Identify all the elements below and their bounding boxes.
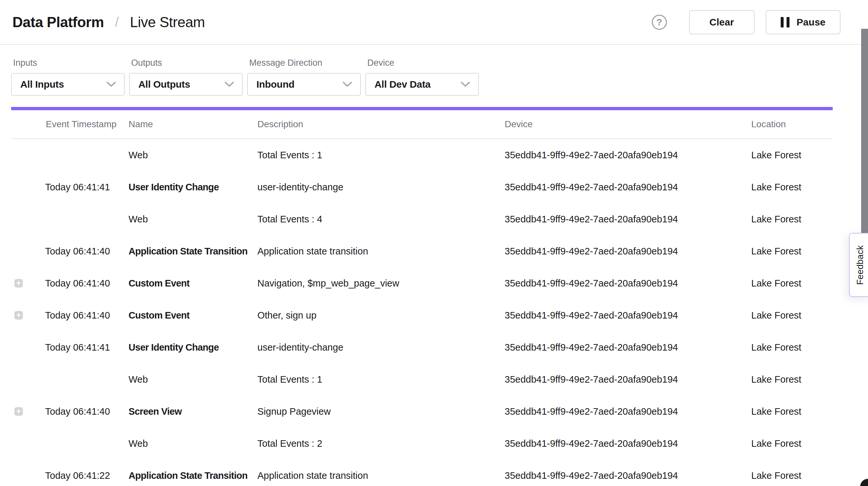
- cell-name: User Identity Change: [128, 182, 219, 193]
- feedback-tab[interactable]: Feedback: [849, 233, 868, 297]
- filter-group-device: Device All Dev Data: [365, 58, 479, 96]
- cell-location: Lake Forest: [751, 278, 801, 289]
- event-table-body: + Web Total Events : 1 35eddb41-9ff9-49e…: [0, 139, 868, 486]
- filter-label-device: Device: [367, 58, 479, 68]
- chevron-down-icon: [342, 82, 352, 87]
- table-row[interactable]: + Today 06:41:40 Custom Event Navigation…: [0, 267, 868, 299]
- breadcrumb: Data Platform / Live Stream: [12, 14, 205, 30]
- cell-description: Other, sign up: [257, 310, 317, 321]
- chevron-down-icon: [461, 82, 470, 87]
- cell-name: Web: [128, 214, 148, 225]
- cell-timestamp: Today 06:41:41: [45, 342, 110, 353]
- cell-location: Lake Forest: [751, 374, 801, 385]
- cell-description: Total Events : 4: [257, 214, 322, 225]
- cell-device: 35eddb41-9ff9-49e2-7aed-20afa90eb194: [505, 150, 678, 160]
- cell-timestamp: Today 06:41:40: [45, 246, 110, 257]
- cell-name: Custom Event: [128, 310, 190, 321]
- cell-name: User Identity Change: [128, 342, 219, 353]
- cell-location: Lake Forest: [751, 406, 801, 417]
- cell-device: 35eddb41-9ff9-49e2-7aed-20afa90eb194: [505, 214, 678, 225]
- cell-location: Lake Forest: [751, 246, 801, 257]
- cell-location: Lake Forest: [751, 150, 801, 160]
- expand-icon[interactable]: +: [14, 311, 23, 320]
- cell-description: user-identity-change: [257, 182, 343, 193]
- feedback-tab-label: Feedback: [855, 245, 867, 285]
- cell-device: 35eddb41-9ff9-49e2-7aed-20afa90eb194: [505, 470, 678, 481]
- table-row[interactable]: + Today 06:41:40 Application State Trans…: [0, 235, 868, 267]
- cell-name: Web: [128, 150, 148, 160]
- expand-icon[interactable]: +: [14, 279, 23, 287]
- cell-description: Signup Pageview: [257, 406, 331, 417]
- clear-button-label: Clear: [709, 17, 734, 28]
- event-table: Event Timestamp Name Description Device …: [0, 110, 868, 486]
- cell-timestamp: Today 06:41:40: [45, 278, 110, 289]
- inputs-dropdown[interactable]: All Inputs: [11, 73, 125, 96]
- cell-device: 35eddb41-9ff9-49e2-7aed-20afa90eb194: [505, 278, 678, 289]
- breadcrumb-separator: /: [115, 14, 119, 30]
- table-row[interactable]: + Today 06:41:22 Application State Trans…: [0, 459, 868, 486]
- filter-group-outputs: Outputs All Outputs: [129, 58, 243, 96]
- cell-location: Lake Forest: [751, 310, 801, 321]
- vertical-scrollbar[interactable]: [861, 29, 868, 233]
- cell-timestamp: Today 06:41:22: [45, 470, 110, 481]
- outputs-dropdown-value: All Outputs: [138, 79, 190, 90]
- cell-description: Navigation, $mp_web_page_view: [257, 278, 399, 289]
- cell-name: Application State Transition: [128, 470, 248, 481]
- table-row[interactable]: + Today 06:41:41 User Identity Change us…: [0, 171, 868, 203]
- cell-device: 35eddb41-9ff9-49e2-7aed-20afa90eb194: [505, 246, 678, 257]
- clear-button[interactable]: Clear: [689, 10, 754, 34]
- accent-divider: [11, 107, 833, 110]
- chevron-down-icon: [106, 82, 116, 87]
- pause-button-label: Pause: [797, 17, 826, 28]
- column-header-timestamp: Event Timestamp: [46, 119, 117, 129]
- cell-description: user-identity-change: [257, 342, 343, 353]
- column-header-device: Device: [505, 119, 533, 129]
- table-row[interactable]: + Web Total Events : 2 35eddb41-9ff9-49e…: [0, 427, 868, 459]
- header-actions: ? Clear Pause: [652, 10, 840, 34]
- outputs-dropdown[interactable]: All Outputs: [129, 73, 243, 96]
- device-dropdown[interactable]: All Dev Data: [365, 73, 479, 96]
- help-icon[interactable]: ?: [652, 15, 667, 30]
- column-header-location: Location: [751, 119, 786, 129]
- cell-device: 35eddb41-9ff9-49e2-7aed-20afa90eb194: [505, 374, 678, 385]
- page-title: Live Stream: [130, 14, 205, 30]
- breadcrumb-section[interactable]: Data Platform: [12, 14, 104, 30]
- cell-location: Lake Forest: [751, 182, 801, 193]
- cell-name: Web: [128, 438, 148, 449]
- cell-location: Lake Forest: [751, 470, 801, 481]
- page-header: Data Platform / Live Stream ? Clear Paus…: [0, 0, 868, 45]
- filter-group-message-direction: Message Direction Inbound: [247, 58, 361, 96]
- chevron-down-icon: [224, 82, 234, 87]
- inputs-dropdown-value: All Inputs: [20, 79, 64, 90]
- filter-label-outputs: Outputs: [131, 58, 243, 68]
- expand-icon[interactable]: +: [14, 407, 23, 416]
- cell-device: 35eddb41-9ff9-49e2-7aed-20afa90eb194: [505, 310, 678, 321]
- cell-name: Screen View: [128, 406, 182, 417]
- message-direction-dropdown-value: Inbound: [256, 79, 294, 90]
- cell-description: Application state transition: [257, 470, 368, 481]
- cell-timestamp: Today 06:41:40: [45, 406, 110, 417]
- cell-device: 35eddb41-9ff9-49e2-7aed-20afa90eb194: [505, 406, 678, 417]
- cell-description: Total Events : 2: [257, 438, 322, 449]
- filter-bar: Inputs All Inputs Outputs All Outputs Me…: [0, 45, 868, 96]
- pause-icon: [781, 17, 789, 28]
- table-row[interactable]: + Today 06:41:41 User Identity Change us…: [0, 331, 868, 363]
- table-row[interactable]: + Web Total Events : 4 35eddb41-9ff9-49e…: [0, 203, 868, 235]
- cell-location: Lake Forest: [751, 214, 801, 225]
- cell-device: 35eddb41-9ff9-49e2-7aed-20afa90eb194: [505, 182, 678, 193]
- filter-group-inputs: Inputs All Inputs: [11, 58, 125, 96]
- message-direction-dropdown[interactable]: Inbound: [247, 73, 361, 96]
- column-header-description: Description: [257, 119, 303, 129]
- cell-location: Lake Forest: [751, 342, 801, 353]
- device-dropdown-value: All Dev Data: [374, 79, 430, 90]
- table-row[interactable]: + Web Total Events : 1 35eddb41-9ff9-49e…: [0, 363, 868, 395]
- cell-device: 35eddb41-9ff9-49e2-7aed-20afa90eb194: [505, 438, 678, 449]
- pause-button[interactable]: Pause: [766, 10, 840, 34]
- cell-name: Web: [128, 374, 148, 385]
- table-row[interactable]: + Today 06:41:40 Screen View Signup Page…: [0, 395, 868, 427]
- cell-name: Custom Event: [128, 278, 190, 289]
- cell-name: Application State Transition: [128, 246, 248, 257]
- table-row[interactable]: + Today 06:41:40 Custom Event Other, sig…: [0, 299, 868, 331]
- table-row[interactable]: + Web Total Events : 1 35eddb41-9ff9-49e…: [0, 139, 868, 171]
- cell-device: 35eddb41-9ff9-49e2-7aed-20afa90eb194: [505, 342, 678, 353]
